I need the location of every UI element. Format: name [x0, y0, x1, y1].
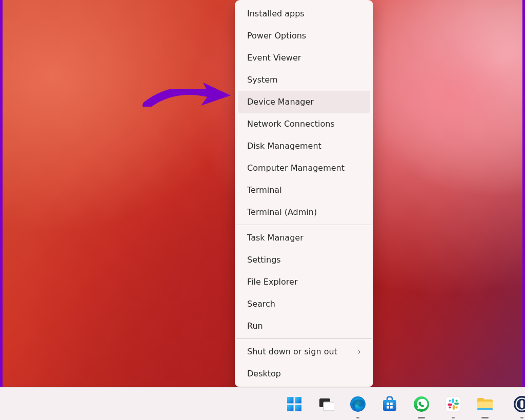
svg-rect-2 — [287, 405, 294, 411]
onepassword-icon — [513, 395, 525, 413]
svg-point-19 — [449, 399, 451, 402]
svg-rect-7 — [383, 400, 396, 411]
svg-rect-1 — [295, 397, 302, 404]
menu-item-label: Terminal — [247, 185, 282, 195]
svg-point-20 — [455, 399, 457, 402]
menu-item-label: Shut down or sign out — [247, 347, 337, 356]
svg-rect-5 — [324, 402, 334, 411]
store-icon — [381, 396, 398, 412]
svg-rect-9 — [390, 403, 393, 405]
svg-rect-16 — [454, 403, 459, 405]
menu-item-disk-management[interactable]: Disk Management — [238, 135, 370, 157]
menu-item-label: Settings — [247, 255, 281, 265]
menu-item-settings[interactable]: Settings — [238, 249, 370, 271]
menu-item-desktop[interactable]: Desktop — [238, 363, 370, 385]
menu-item-device-manager[interactable]: Device Manager — [238, 91, 370, 113]
menu-item-label: System — [247, 75, 278, 85]
taskbar — [0, 387, 525, 420]
svg-rect-27 — [520, 400, 523, 408]
menu-item-label: Desktop — [247, 369, 281, 378]
svg-rect-24 — [477, 408, 493, 410]
annotation-frame-right — [522, 0, 525, 420]
menu-item-label: Event Viewer — [247, 53, 301, 63]
windows-start-icon — [287, 396, 302, 412]
slack-button[interactable] — [441, 392, 466, 416]
menu-item-task-manager[interactable]: Task Manager — [238, 227, 370, 249]
menu-item-label: Search — [247, 299, 275, 309]
edge-icon — [349, 395, 367, 413]
menu-item-terminal-admin[interactable]: Terminal (Admin) — [238, 201, 370, 223]
svg-rect-15 — [452, 398, 454, 403]
menu-item-label: Installed apps — [247, 9, 305, 18]
file-explorer-icon — [476, 396, 494, 412]
svg-rect-17 — [453, 405, 455, 410]
menu-item-label: Network Connections — [247, 119, 335, 129]
whatsapp-icon — [413, 395, 430, 413]
menu-item-label: Run — [247, 321, 263, 331]
task-view-icon — [318, 396, 334, 412]
menu-item-label: Power Options — [247, 31, 306, 41]
chevron-right-icon: › — [358, 347, 361, 356]
menu-item-event-viewer[interactable]: Event Viewer — [238, 47, 370, 69]
svg-rect-10 — [387, 406, 389, 408]
svg-rect-8 — [387, 403, 389, 405]
menu-item-system[interactable]: System — [238, 69, 370, 91]
svg-point-22 — [449, 406, 451, 408]
menu-item-network-connections[interactable]: Network Connections — [238, 113, 370, 135]
slack-icon — [445, 396, 461, 412]
winx-context-menu: Installed apps Power Options Event Viewe… — [235, 0, 373, 387]
taskbar-pinned-apps — [281, 388, 525, 420]
menu-item-terminal[interactable]: Terminal — [238, 179, 370, 201]
task-view-button[interactable] — [314, 392, 338, 416]
menu-item-computer-management[interactable]: Computer Management — [238, 157, 370, 179]
svg-point-21 — [455, 406, 457, 408]
microsoft-store-button[interactable] — [377, 392, 402, 416]
svg-rect-18 — [448, 403, 452, 405]
menu-item-label: Device Manager — [247, 97, 314, 107]
svg-rect-0 — [287, 397, 294, 404]
svg-rect-11 — [390, 406, 393, 408]
file-explorer-button[interactable] — [473, 392, 497, 416]
menu-separator — [236, 225, 372, 225]
annotation-frame-left — [0, 0, 3, 420]
menu-separator — [236, 338, 372, 339]
whatsapp-button[interactable] — [409, 392, 434, 416]
svg-rect-3 — [295, 405, 302, 411]
menu-item-label: File Explorer — [247, 277, 297, 287]
menu-item-label: Task Manager — [247, 233, 304, 243]
start-button[interactable] — [282, 392, 307, 416]
menu-item-power-options[interactable]: Power Options — [238, 25, 370, 47]
menu-item-run[interactable]: Run — [238, 315, 370, 337]
onepassword-button[interactable] — [510, 392, 525, 416]
edge-button[interactable] — [346, 392, 370, 416]
menu-item-label: Disk Management — [247, 141, 321, 151]
menu-item-shutdown-signout[interactable]: Shut down or sign out › — [238, 341, 370, 363]
menu-item-label: Terminal (Admin) — [247, 207, 317, 217]
menu-item-label: Computer Management — [247, 163, 345, 173]
menu-item-file-explorer[interactable]: File Explorer — [238, 271, 370, 293]
menu-item-search[interactable]: Search — [238, 293, 370, 315]
menu-item-installed-apps[interactable]: Installed apps — [238, 3, 370, 25]
